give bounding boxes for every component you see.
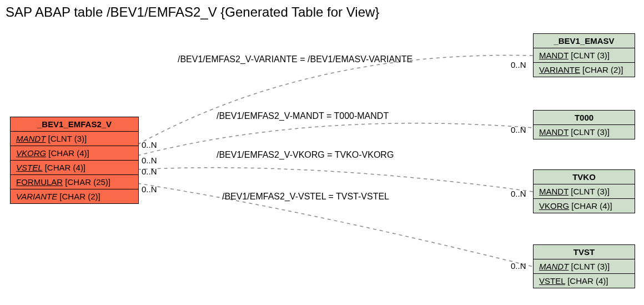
entity-bev1-emasv: _BEV1_EMASV MANDT [CLNT (3)] VARIANTE [C…	[533, 33, 635, 77]
entity-field: VKORG [CHAR (4)]	[534, 199, 635, 213]
relation-label: /BEV1/EMFAS2_V-VARIANTE = /BEV1/EMASV-VA…	[178, 54, 412, 64]
entity-header: TVKO	[534, 170, 635, 184]
cardinality-right: 0..N	[511, 261, 526, 271]
entity-header: T000	[534, 111, 635, 125]
cardinality-left: 0..N	[142, 140, 157, 149]
entity-field: MANDT [CLNT (3)]	[534, 184, 635, 199]
cardinality-left: 0..N	[142, 167, 157, 176]
entity-tvst: TVST MANDT [CLNT (3)] VSTEL [CHAR (4)]	[533, 244, 635, 288]
cardinality-left: 0..N	[142, 184, 157, 194]
entity-field: VKORG [CHAR (4)]	[11, 146, 138, 161]
entity-field: VSTEL [CHAR (4)]	[11, 161, 138, 175]
entity-field: VSTEL [CHAR (4)]	[534, 274, 635, 288]
entity-t000: T000 MANDT [CLNT (3)]	[533, 110, 635, 139]
entity-field: MANDT [CLNT (3)]	[534, 48, 635, 63]
relation-label: /BEV1/EMFAS2_V-VKORG = TVKO-VKORG	[217, 150, 394, 160]
entity-field: MANDT [CLNT (3)]	[534, 259, 635, 274]
entity-field: FORMULAR [CHAR (25)]	[11, 175, 138, 189]
entity-header: _BEV1_EMFAS2_V	[11, 117, 138, 132]
relation-label: /BEV1/EMFAS2_V-VSTEL = TVST-VSTEL	[222, 192, 389, 202]
cardinality-right: 0..N	[511, 189, 526, 198]
cardinality-left: 0..N	[142, 156, 157, 165]
entity-header: _BEV1_EMASV	[534, 34, 635, 48]
cardinality-right: 0..N	[511, 60, 526, 69]
entity-field: MANDT [CLNT (3)]	[11, 132, 138, 146]
entity-field: MANDT [CLNT (3)]	[534, 125, 635, 139]
entity-field: VARIANTE [CHAR (2)]	[11, 189, 138, 203]
entity-field: VARIANTE [CHAR (2)]	[534, 63, 635, 77]
page-title: SAP ABAP table /BEV1/EMFAS2_V {Generated…	[6, 4, 379, 20]
entity-tvko: TVKO MANDT [CLNT (3)] VKORG [CHAR (4)]	[533, 169, 635, 213]
entity-header: TVST	[534, 245, 635, 259]
cardinality-right: 0..N	[511, 125, 526, 134]
entity-bev1-emfas2-v: _BEV1_EMFAS2_V MANDT [CLNT (3)] VKORG [C…	[10, 117, 139, 204]
relation-label: /BEV1/EMFAS2_V-MANDT = T000-MANDT	[217, 111, 389, 121]
